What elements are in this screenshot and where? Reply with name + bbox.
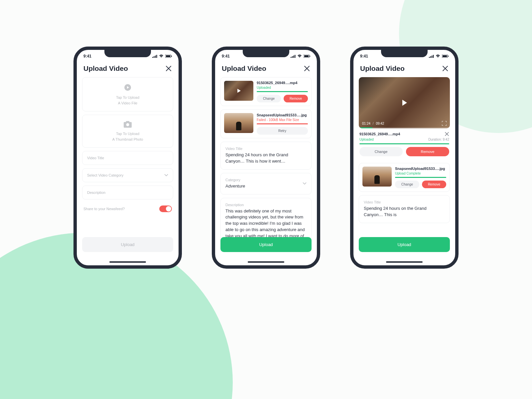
battery-icon [442,55,449,58]
upload-video-zone[interactable]: Tap To Upload A Video File [82,77,173,111]
svg-rect-15 [310,56,310,57]
video-title-value: Spending 24 hours on the Grand Canyon… T… [364,205,445,218]
svg-rect-14 [304,55,309,57]
svg-rect-11 [293,56,294,58]
thumbnail-upload-status: Failed - 100kB Max File Size [257,118,308,122]
svg-rect-9 [291,57,292,58]
play-icon[interactable] [401,99,408,106]
screen-2: 9:41 Upload Video 91503625_26949….mp4 Up… [212,47,320,269]
wifi-icon [297,55,302,58]
screen-header: Upload Video [215,59,317,77]
video-upload-card: 91503625_26949….mp4 Uploaded Change Remo… [220,77,312,106]
player-controls: 01:24 / 09:42 [362,121,447,126]
video-thumbnail [224,81,253,101]
remove-button[interactable]: Remove [284,95,308,102]
progress-bar [359,143,449,144]
category-value: Adventure [225,183,245,190]
share-toggle-row: Share to your Newsfeed? [82,203,173,219]
thumbnail-filename: SnapseedUpload91533….jpg [257,113,308,117]
video-title-field[interactable]: Video Title Spending 24 hours on the Gra… [220,142,312,170]
progress-bar [257,91,308,92]
remove-button[interactable]: Remove [422,181,446,188]
screen-3: 9:41 Upload Video 01:24 / 09:42 [350,47,459,269]
wifi-icon [159,55,164,58]
wifi-icon [436,55,440,58]
signal-icon [291,55,296,58]
thumbnail-upload-card: SnapseedUpload91533….jpg Failed - 100kB … [220,109,312,138]
svg-point-8 [126,123,129,126]
close-icon[interactable] [165,65,172,72]
upload-thumbnail-zone[interactable]: Tap To Upload A Thumbnail Photo [82,115,173,148]
retry-button[interactable]: Retry [257,127,308,135]
screen-header: Upload Video [77,59,179,77]
thumbnail-filename: SnapseedUpload91533….jpg [395,167,446,171]
remove-button[interactable]: Remove [406,147,449,156]
status-bar: 9:41 [77,50,179,59]
status-icons [152,55,172,58]
status-time: 9:41 [222,54,230,59]
svg-rect-1 [154,56,155,58]
svg-rect-10 [292,56,293,58]
svg-rect-18 [432,56,433,58]
status-icons [429,55,449,58]
time-current: 01:24 [362,122,370,125]
battery-icon [304,55,310,58]
video-title-field[interactable]: Video Title [82,151,173,165]
chevron-down-icon [164,174,168,177]
video-filename: 91503625_26949….mp4 [257,81,308,85]
remove-video-icon[interactable] [445,132,449,136]
video-duration: Duration: 9:42 [428,138,449,141]
progress-bar [257,123,308,124]
page-title: Upload Video [360,65,405,72]
svg-rect-19 [433,55,434,58]
svg-rect-2 [155,56,156,58]
share-toggle[interactable] [159,205,172,212]
share-label: Share to your Newsfeed? [83,207,125,211]
video-title-field[interactable]: Video Title Spending 24 hours on the Gra… [359,195,450,223]
signal-icon [152,55,157,58]
svg-rect-17 [430,56,431,58]
upload-button[interactable]: Upload [82,237,173,252]
video-filename: 91503625_26949….mp4 [359,132,400,136]
video-meta: 91503625_26949….mp4 Uploaded Duration: 9… [359,132,450,163]
home-indicator [248,261,284,263]
thumbnail-upload-card: SnapseedUpload91533….jpg Upload Complete… [359,163,450,192]
upload-button[interactable]: Upload [220,237,312,252]
change-button[interactable]: Change [359,147,403,156]
progress-bar[interactable] [359,127,450,128]
play-icon [236,88,241,93]
home-indicator [386,261,423,263]
svg-rect-12 [295,55,296,58]
thumbnail-image [362,167,392,187]
page-title: Upload Video [222,65,266,72]
category-select[interactable]: Category Adventure [220,173,312,195]
change-button[interactable]: Change [395,181,419,188]
thumbnail-image [224,113,253,133]
close-icon[interactable] [442,65,449,72]
upload-button[interactable]: Upload [359,237,450,252]
close-icon[interactable] [304,65,310,72]
video-upload-status: Uploaded [257,86,308,89]
change-button[interactable]: Change [257,95,281,102]
svg-rect-5 [166,55,170,57]
video-title-value: Spending 24 hours on the Grand Canyon… T… [225,152,307,165]
home-indicator [109,261,146,263]
battery-icon [165,55,172,58]
signal-icon [429,55,434,58]
play-icon [87,83,168,93]
svg-rect-16 [429,57,430,58]
fullscreen-icon[interactable] [442,121,447,126]
chevron-down-icon [303,182,307,185]
thumbnail-status: Upload Complete [395,172,446,175]
video-status: Uploaded [359,138,374,141]
screen-1: 9:41 Upload Video Tap To Upload A Video … [73,47,182,269]
upload-thumbnail-text: Tap To Upload A Thumbnail Photo [87,131,168,142]
description-field[interactable]: Description [82,186,173,200]
svg-rect-22 [448,56,449,57]
status-bar: 9:41 [215,50,317,59]
camera-icon [87,121,168,129]
category-select[interactable]: Select Video Category [82,168,173,182]
svg-rect-0 [152,57,153,58]
video-player[interactable]: 01:24 / 09:42 [359,77,450,128]
svg-rect-21 [443,55,447,57]
